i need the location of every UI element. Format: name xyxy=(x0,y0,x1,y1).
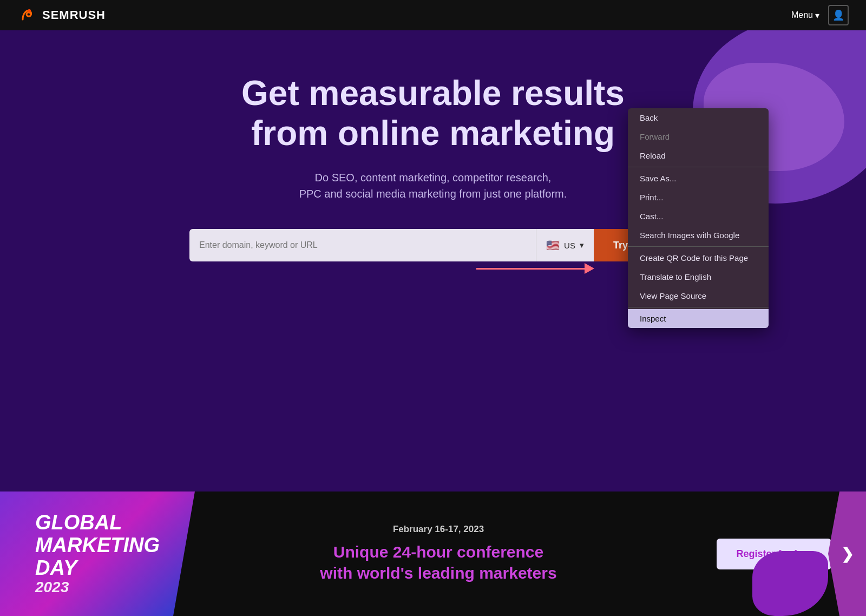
semrush-logo-icon xyxy=(17,5,37,25)
context-menu-cast[interactable]: Cast... xyxy=(628,207,769,226)
navbar-right: Menu ▾ 👤 xyxy=(791,5,849,25)
arrow-right-icon: ❯ xyxy=(841,545,854,563)
flag-icon: 🇺🇸 xyxy=(546,239,560,252)
event-banner: GLOBAL MARKETING DAY 2023 February 16-17… xyxy=(0,492,866,616)
event-date: February 16-17, 2023 xyxy=(393,524,484,535)
context-menu-translate[interactable]: Translate to English xyxy=(628,267,769,286)
brand-name: SEMRUSH xyxy=(42,8,106,22)
context-menu-view-source[interactable]: View Page Source xyxy=(628,286,769,305)
arrow-head-icon xyxy=(585,263,594,274)
event-title: Unique 24-hour conference with world's l… xyxy=(320,541,556,584)
banner-purple-blob xyxy=(752,551,828,616)
context-menu-forward: Forward xyxy=(628,127,769,146)
svg-point-1 xyxy=(28,9,31,12)
search-row: 🇺🇸 US ▾ Try it free xyxy=(189,229,677,261)
context-menu-qr-code[interactable]: Create QR Code for this Page xyxy=(628,248,769,267)
context-menu-reload[interactable]: Reload xyxy=(628,146,769,165)
country-select[interactable]: 🇺🇸 US ▾ xyxy=(536,229,594,261)
context-menu-save-as[interactable]: Save As... xyxy=(628,169,769,188)
menu-button[interactable]: Menu ▾ xyxy=(791,10,819,21)
banner-arrow: ❯ xyxy=(828,492,866,616)
event-name: GLOBAL MARKETING DAY 2023 xyxy=(22,499,173,609)
context-menu-inspect[interactable]: Inspect xyxy=(628,309,769,328)
chevron-down-icon: ▾ xyxy=(580,240,584,250)
banner-left: GLOBAL MARKETING DAY 2023 xyxy=(0,492,195,616)
user-icon: 👤 xyxy=(832,9,844,21)
context-menu-back[interactable]: Back xyxy=(628,108,769,127)
navbar: SEMRUSH Menu ▾ 👤 xyxy=(0,0,866,30)
event-year: 2023 xyxy=(35,579,160,596)
hero-headline: Get measurable results from online marke… xyxy=(189,74,677,153)
context-menu-divider-2 xyxy=(628,246,769,247)
context-menu-divider-1 xyxy=(628,167,769,167)
banner-diagonal-cut xyxy=(173,492,195,616)
arrow-annotation xyxy=(476,263,594,274)
brand: SEMRUSH xyxy=(17,5,106,25)
search-input[interactable] xyxy=(199,240,526,250)
user-profile-button[interactable]: 👤 xyxy=(828,5,849,25)
chevron-down-icon: ▾ xyxy=(815,10,819,21)
search-input-wrapper xyxy=(189,229,536,261)
context-menu-print[interactable]: Print... xyxy=(628,188,769,207)
banner-center: February 16-17, 2023 Unique 24-hour conf… xyxy=(195,492,682,616)
hero-subtext: Do SEO, content marketing, competitor re… xyxy=(249,169,617,202)
context-menu-search-images[interactable]: Search Images with Google xyxy=(628,226,769,245)
banner-right: Register for free ❯ xyxy=(682,492,866,616)
context-menu-divider-3 xyxy=(628,307,769,307)
arrow-line xyxy=(476,268,585,270)
context-menu: Back Forward Reload Save As... Print... … xyxy=(628,108,769,328)
